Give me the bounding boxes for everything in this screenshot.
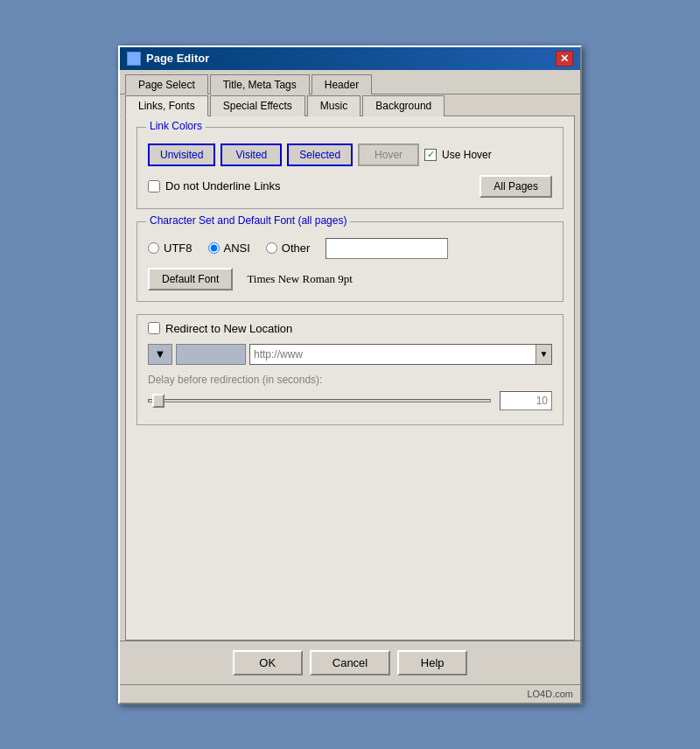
tab-title-meta[interactable]: Title, Meta Tags	[210, 74, 310, 94]
redirect-inputs-row: ▼ ▼	[148, 344, 552, 365]
charset-group: Character Set and Default Font (all page…	[136, 221, 564, 302]
watermark: LO4D.com	[527, 689, 573, 699]
redirect-target-dropdown[interactable]	[176, 344, 246, 365]
tab-header[interactable]: Header	[312, 74, 372, 94]
tab-special-effects[interactable]: Special Effects	[210, 95, 305, 116]
do-not-underline-checkbox[interactable]	[148, 180, 160, 192]
delay-label: Delay before redirection (in seconds):	[148, 374, 552, 386]
use-hover-label: Use Hover	[442, 149, 492, 161]
slider-row	[148, 391, 552, 410]
redirect-label: Redirect to New Location	[165, 322, 292, 335]
underline-row: Do not Underline Links All Pages	[148, 175, 552, 198]
cancel-button[interactable]: Cancel	[310, 650, 390, 676]
other-radio[interactable]	[266, 242, 277, 254]
delay-slider-thumb[interactable]	[152, 394, 164, 408]
utf8-label: UTF8	[164, 242, 192, 255]
page-editor-window: Page Editor ✕ Page Select Title, Meta Ta…	[118, 46, 582, 704]
tab-music[interactable]: Music	[307, 95, 360, 116]
all-pages-button[interactable]: All Pages	[480, 175, 552, 198]
redirect-type-dropdown[interactable]: ▼	[148, 344, 172, 365]
unvisited-button[interactable]: Unvisited	[148, 144, 215, 166]
underline-left: Do not Underline Links	[148, 179, 281, 192]
redirect-group: Redirect to New Location ▼ ▼ Delay befor…	[136, 314, 564, 425]
url-input-wrap: ▼	[249, 344, 552, 365]
url-dropdown-arrow[interactable]: ▼	[536, 345, 551, 364]
link-colors-group: Link Colors Unvisited Visited Selected H…	[136, 127, 564, 209]
delay-slider-track[interactable]	[148, 399, 491, 402]
font-display: Times New Roman 9pt	[247, 272, 353, 286]
charset-label: Character Set and Default Font (all page…	[146, 214, 350, 227]
tab-bar-bottom: Links, Fonts Special Effects Music Backg…	[120, 94, 580, 116]
use-hover-checkbox[interactable]: ✓	[424, 149, 437, 161]
redirect-checkbox[interactable]	[148, 322, 160, 334]
utf8-radio[interactable]	[148, 242, 159, 254]
link-colors-label: Link Colors	[146, 120, 206, 132]
radio-ansi: ANSI	[208, 242, 250, 255]
other-charset-input[interactable]	[326, 238, 448, 259]
radio-other: Other	[266, 242, 311, 255]
ok-button[interactable]: OK	[233, 650, 303, 676]
default-font-button[interactable]: Default Font	[148, 268, 233, 290]
content-area: Link Colors Unvisited Visited Selected H…	[125, 116, 575, 640]
ansi-radio[interactable]	[208, 242, 220, 254]
link-buttons-row: Unvisited Visited Selected Hover ✓ Use H…	[148, 144, 552, 166]
visited-button[interactable]: Visited	[220, 144, 282, 166]
window-icon	[127, 52, 141, 66]
charset-radio-group: UTF8 ANSI Other	[148, 238, 552, 259]
do-not-underline-label: Do not Underline Links	[165, 179, 281, 192]
titlebar-left: Page Editor	[127, 52, 209, 66]
tab-bar-top: Page Select Title, Meta Tags Header	[120, 70, 580, 94]
bottom-bar: LO4D.com	[120, 684, 580, 703]
tab-background[interactable]: Background	[362, 95, 444, 116]
redirect-label-row: Redirect to New Location	[148, 322, 552, 335]
button-bar: OK Cancel Help	[120, 640, 580, 684]
ansi-label: ANSI	[224, 242, 250, 255]
url-input[interactable]	[250, 346, 536, 362]
hover-button[interactable]: Hover	[358, 144, 419, 166]
radio-utf8: UTF8	[148, 242, 192, 255]
close-button[interactable]: ✕	[556, 51, 573, 66]
help-button[interactable]: Help	[397, 650, 467, 676]
other-label: Other	[282, 242, 311, 255]
tab-links-fonts[interactable]: Links, Fonts	[125, 95, 208, 116]
delay-value-input[interactable]	[500, 391, 552, 410]
tab-page-select[interactable]: Page Select	[125, 74, 208, 94]
default-font-row: Default Font Times New Roman 9pt	[148, 268, 552, 290]
titlebar: Page Editor ✕	[120, 47, 580, 70]
hover-row: Hover ✓ Use Hover	[358, 144, 492, 166]
selected-button[interactable]: Selected	[287, 144, 353, 166]
window-title: Page Editor	[146, 52, 209, 65]
